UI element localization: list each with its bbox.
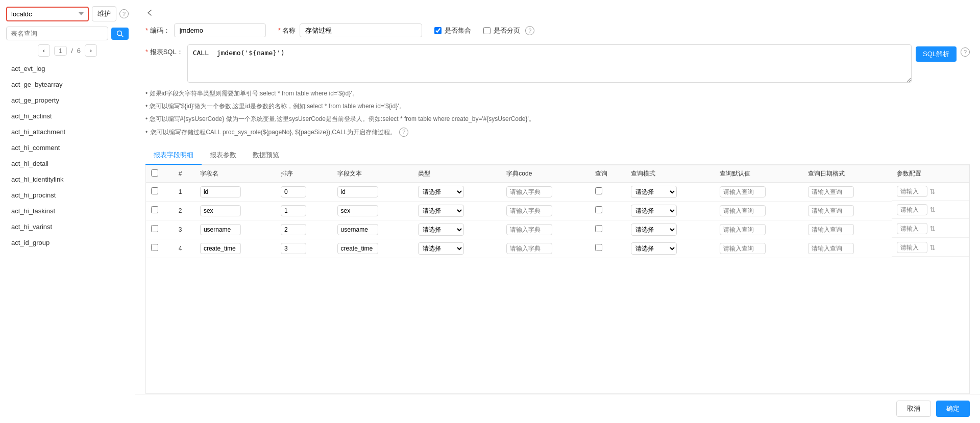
list-item[interactable]: act_hi_actinst [6,108,129,124]
sql-textarea[interactable]: CALL jmdemo('${name}') [187,44,912,83]
row-checkbox[interactable] [151,244,158,251]
drag-handle-icon[interactable]: ⇅ [929,187,936,195]
sort-input[interactable] [281,186,306,197]
table-list: act_evt_log act_ge_bytearray act_ge_prop… [6,61,129,417]
sql-parse-button[interactable]: SQL解析 [916,46,957,62]
query-checkbox[interactable] [595,244,602,251]
querymode-select[interactable]: 请选择 [631,242,677,255]
drag-handle-icon[interactable]: ⇅ [929,225,936,233]
row-checkbox[interactable] [151,225,158,232]
maintain-button[interactable]: 维护 [92,6,116,21]
date-format-input[interactable] [808,224,854,235]
field-text-input[interactable] [337,205,378,216]
drag-handle-icon[interactable]: ⇅ [929,243,936,252]
paginate-field: 是否分页 ? [483,26,534,35]
query-checkbox[interactable] [595,187,602,194]
param-config-input[interactable] [897,186,927,197]
list-item[interactable]: act_hi_comment [6,140,129,156]
sort-input[interactable] [281,224,306,235]
field-text-input[interactable] [337,186,378,197]
list-item[interactable]: act_hi_detail [6,156,129,171]
default-val-input[interactable] [720,186,766,197]
querymode-select[interactable]: 请选择 [631,186,677,198]
list-item[interactable]: act_ge_property [6,92,129,108]
table-row: 1 请选择 [146,182,969,201]
tip-3: 您可以编写#{sysUserCode} 做为一个系统变量,这里sysUserCo… [145,114,970,124]
list-item[interactable]: act_hi_varinst [6,219,129,235]
type-select[interactable]: 请选择 [418,242,464,255]
bottom-actions: 取消 确定 [135,394,980,423]
prev-page-button[interactable]: ‹ [38,44,50,57]
sidebar-header: localdc 维护 ? [6,6,129,21]
col-paramconfig: 参数配置 [892,165,969,183]
field-text-input[interactable] [337,224,378,235]
list-item[interactable]: act_ge_bytearray [6,77,129,92]
tab-preview[interactable]: 数据预览 [244,146,287,165]
sort-input[interactable] [281,243,306,254]
sort-input[interactable] [281,205,306,216]
next-page-button[interactable]: › [85,44,97,57]
db-select[interactable]: localdc [6,7,89,21]
dict-input[interactable] [506,205,552,216]
list-item[interactable]: act_hi_procinst [6,187,129,203]
name-input[interactable] [300,23,422,37]
dict-input[interactable] [506,186,552,197]
row-checkbox[interactable] [151,206,158,213]
default-val-input[interactable] [720,205,766,216]
col-query: 查询 [590,165,626,183]
drag-handle-icon[interactable]: ⇅ [929,206,936,214]
cancel-button[interactable]: 取消 [896,401,931,417]
field-text-input[interactable] [337,243,378,254]
query-checkbox[interactable] [595,206,602,213]
row-num: 2 [174,201,195,220]
sql-help-icon[interactable]: ? [961,47,970,57]
help-icon[interactable]: ? [119,9,129,18]
date-format-input[interactable] [808,205,854,216]
dict-input[interactable] [506,224,552,235]
querymode-select[interactable]: 请选择 [631,223,677,236]
svg-line-1 [121,35,124,37]
list-item[interactable]: act_evt_log [6,61,129,77]
aggregate-checkbox[interactable] [434,27,442,34]
confirm-button[interactable]: 确定 [936,401,970,417]
param-config-input[interactable] [897,242,927,253]
code-input[interactable] [174,23,266,37]
list-item[interactable]: act_hi_identitylink [6,171,129,187]
current-page: 1 [54,46,67,56]
paginate-label: 是否分页 [494,26,520,35]
type-select[interactable]: 请选择 [418,205,464,217]
paginate-help-icon[interactable]: ? [525,26,534,35]
tab-field-detail[interactable]: 报表字段明细 [145,146,202,165]
date-format-input[interactable] [808,243,854,254]
row-checkbox[interactable] [151,187,158,194]
search-button[interactable] [111,28,129,40]
back-button[interactable] [145,8,155,17]
field-name-input[interactable] [200,205,241,216]
list-item[interactable]: act_hi_attachment [6,124,129,140]
code-field: * 编码： [145,23,266,37]
form-row-1: * 编码： * 名称 是否集合 是否分页 ? [145,23,970,37]
querymode-select[interactable]: 请选择 [631,205,677,217]
dict-input[interactable] [506,243,552,254]
table-search-input[interactable] [6,27,108,40]
select-all-checkbox[interactable] [151,169,158,177]
field-name-input[interactable] [200,243,241,254]
query-checkbox[interactable] [595,225,602,232]
default-val-input[interactable] [720,224,766,235]
list-item[interactable]: act_id_group [6,235,129,251]
tip4-help-icon[interactable]: ? [399,128,408,137]
type-select[interactable]: 请选择 [418,186,464,198]
param-config-input[interactable] [897,204,927,215]
field-name-input[interactable] [200,186,241,197]
default-val-input[interactable] [720,243,766,254]
list-item[interactable]: act_hi_taskinst [6,203,129,219]
param-config-input[interactable] [897,223,927,234]
paginate-checkbox[interactable] [483,27,491,34]
type-select[interactable]: 请选择 [418,223,464,236]
tab-params[interactable]: 报表参数 [202,146,244,165]
tips-section: 如果id字段为字符串类型则需要加单引号:select * from table … [145,89,970,140]
col-num: # [174,165,195,183]
date-format-input[interactable] [808,186,854,197]
field-name-input[interactable] [200,224,241,235]
col-defaultval: 查询默认值 [715,165,803,183]
